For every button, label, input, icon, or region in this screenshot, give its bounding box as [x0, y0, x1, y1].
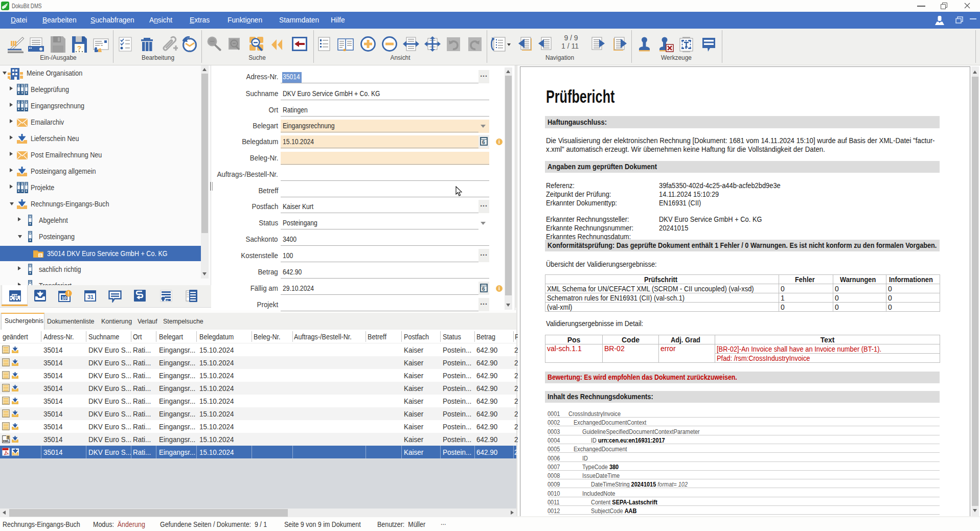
- svg-text:hil: hil: [166, 299, 168, 302]
- svg-text:?: ?: [77, 44, 81, 52]
- svg-text:XML: XML: [3, 439, 9, 443]
- svg-text:!: !: [67, 291, 69, 296]
- svg-text:6: 6: [482, 140, 485, 145]
- svg-text:10: 10: [62, 295, 67, 301]
- svg-text:31: 31: [87, 294, 94, 300]
- svg-text:6: 6: [482, 286, 485, 292]
